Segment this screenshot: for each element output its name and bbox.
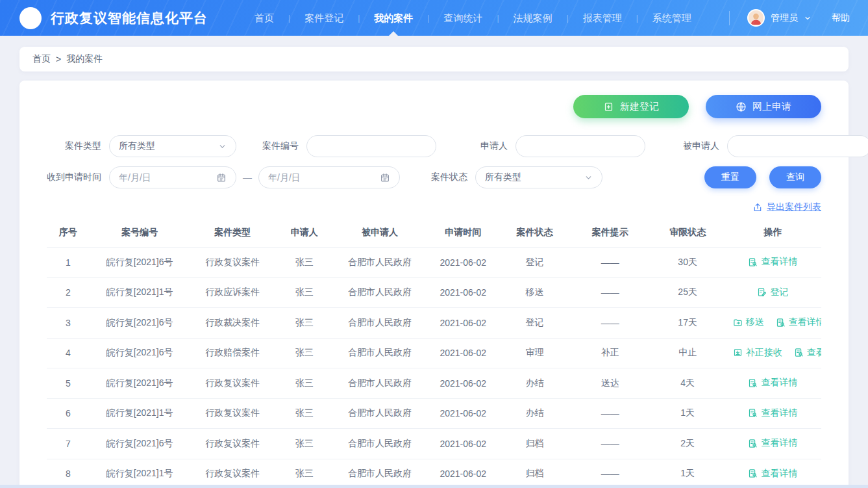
cell-status: 归档 (500, 459, 569, 488)
nav-item-regulations[interactable]: 法规案例 (501, 0, 565, 36)
folder-send-icon (733, 318, 743, 327)
table-header-row: 序号案号编号案件类型申请人被申请人申请时间案件状态案件提示审限状态操作 (47, 217, 821, 248)
calendar-icon[interactable] (380, 172, 390, 183)
cell-status: 审理 (500, 338, 569, 368)
column-header-case_type: 案件类型 (190, 217, 275, 248)
table-row: 4皖行复[2021]6号行政赔偿案件张三合肥市人民政府2021-06-02审理补… (47, 338, 821, 368)
chevron-down-icon (584, 173, 593, 182)
cell-case_type: 行政复议案件 (190, 429, 275, 459)
date-range-separator: — (243, 172, 252, 183)
nav-item-my-cases[interactable]: 我的案件 (361, 0, 426, 36)
action-查看详情[interactable]: 查看详情 (794, 347, 821, 359)
nav-separator: | (288, 14, 290, 23)
breadcrumb-home[interactable]: 首页 (32, 53, 51, 65)
cell-apply_date: 2021-06-02 (427, 308, 500, 339)
search-button[interactable]: 查询 (769, 166, 821, 188)
action-移送[interactable]: 移送 (733, 316, 764, 328)
cell-case_type: 行政应诉案件 (190, 277, 275, 308)
cell-applicant: 张三 (275, 338, 333, 368)
help-link[interactable]: 帮助 (832, 12, 850, 24)
cell-seq: 3 (47, 308, 90, 339)
column-header-deadline: 审限状态 (651, 217, 724, 248)
action-查看详情[interactable]: 查看详情 (748, 377, 797, 389)
case-no-label: 案件编号 (262, 140, 299, 152)
cell-case_no: 皖行复[2021]1号 (90, 398, 190, 429)
column-header-hint: 案件提示 (569, 217, 651, 248)
cell-deadline: 30天 (651, 248, 724, 278)
calendar-icon[interactable] (216, 172, 227, 183)
table-row: 7皖行复[2021]6号行政复议案件张三合肥市人民政府2021-06-02归档—… (47, 429, 821, 459)
doc-edit-icon (757, 287, 767, 297)
user-name[interactable]: 管理员 (771, 12, 798, 24)
cell-applicant: 张三 (275, 459, 333, 488)
received-time-label: 收到申请时间 (47, 172, 101, 183)
column-header-seq: 序号 (47, 217, 90, 248)
new-register-button[interactable]: 新建登记 (573, 95, 689, 118)
cell-case_no: 皖行复[2021]1号 (90, 459, 190, 488)
action-查看详情[interactable]: 查看详情 (748, 437, 797, 449)
brand: 行政复议智能信息化平台 (19, 7, 208, 29)
nav-item-register[interactable]: 案件登记 (291, 0, 356, 36)
export-link[interactable]: 导出案件列表 (752, 201, 821, 213)
date-from-input[interactable] (119, 172, 197, 183)
cell-case_no: 皖行复[2021]6号 (90, 248, 190, 278)
cell-applicant: 张三 (275, 429, 333, 459)
nav-item-system[interactable]: 系统管理 (639, 0, 704, 36)
cell-apply_date: 2021-06-02 (427, 429, 500, 459)
nav-item-statistics[interactable]: 查询统计 (430, 0, 495, 36)
doc-search-icon (748, 378, 758, 388)
cell-respondent: 合肥市人民政府 (333, 459, 426, 488)
reset-button[interactable]: 重置 (704, 166, 756, 188)
case-type-select[interactable]: 所有类型 (109, 135, 236, 157)
respondent-input[interactable] (727, 135, 868, 157)
date-to-input[interactable] (268, 172, 346, 183)
column-header-actions: 操作 (725, 217, 821, 248)
top-actions: 新建登记 网上申请 (47, 95, 821, 118)
user-avatar[interactable] (747, 9, 765, 27)
action-label: 移送 (746, 316, 764, 328)
file-plus-icon (603, 101, 614, 112)
cell-seq: 2 (47, 277, 90, 308)
cell-case_type: 行政裁决案件 (190, 308, 275, 339)
cell-actions: 查看详情 (725, 368, 821, 399)
action-登记[interactable]: 登记 (757, 287, 788, 298)
cell-actions: 登记 (725, 277, 821, 308)
breadcrumb-current: 我的案件 (66, 53, 103, 65)
table-row: 1皖行复[2021]6号行政复议案件张三合肥市人民政府2021-06-02登记—… (47, 248, 821, 278)
nav-item-home[interactable]: 首页 (242, 0, 287, 36)
cell-apply_date: 2021-06-02 (427, 248, 500, 278)
cell-actions: 补正接收查看详情 (725, 338, 821, 368)
online-apply-button[interactable]: 网上申请 (706, 95, 821, 118)
cell-hint: 补正 (569, 338, 651, 368)
cell-seq: 6 (47, 398, 90, 429)
cell-hint: —— (569, 429, 651, 459)
action-补正接收[interactable]: 补正接收 (733, 347, 782, 359)
action-查看详情[interactable]: 查看详情 (748, 468, 797, 480)
chevron-down-icon (218, 142, 227, 151)
cell-applicant: 张三 (275, 308, 333, 339)
action-label: 查看详情 (807, 347, 821, 359)
action-查看详情[interactable]: 查看详情 (776, 316, 821, 328)
cell-actions: 查看详情 (725, 248, 821, 278)
cell-case_no: 皖行复[2021]6号 (90, 368, 190, 399)
cell-seq: 1 (47, 248, 90, 278)
action-label: 查看详情 (761, 377, 797, 389)
doc-search-icon (748, 469, 758, 478)
avatar-icon (749, 10, 763, 25)
action-查看详情[interactable]: 查看详情 (748, 407, 797, 419)
action-查看详情[interactable]: 查看详情 (748, 256, 797, 268)
nav-item-reports[interactable]: 报表管理 (570, 0, 635, 36)
bottom-strip (0, 485, 868, 488)
case-no-input[interactable] (306, 135, 436, 157)
cell-respondent: 合肥市人民政府 (333, 429, 426, 459)
chevron-down-icon[interactable] (804, 14, 812, 22)
doc-search-icon (748, 408, 758, 418)
respondent-label: 被申请人 (683, 140, 719, 152)
case-status-select[interactable]: 所有类型 (475, 166, 602, 188)
applicant-input[interactable] (515, 135, 645, 157)
cases-table: 序号案号编号案件类型申请人被申请人申请时间案件状态案件提示审限状态操作 1皖行复… (47, 217, 821, 488)
table-row: 2皖行复[2021]1号行政应诉案件张三合肥市人民政府2021-06-02移送—… (47, 277, 821, 308)
cell-deadline: 17天 (651, 308, 724, 339)
header-divider (729, 11, 730, 25)
cell-seq: 4 (47, 338, 90, 368)
